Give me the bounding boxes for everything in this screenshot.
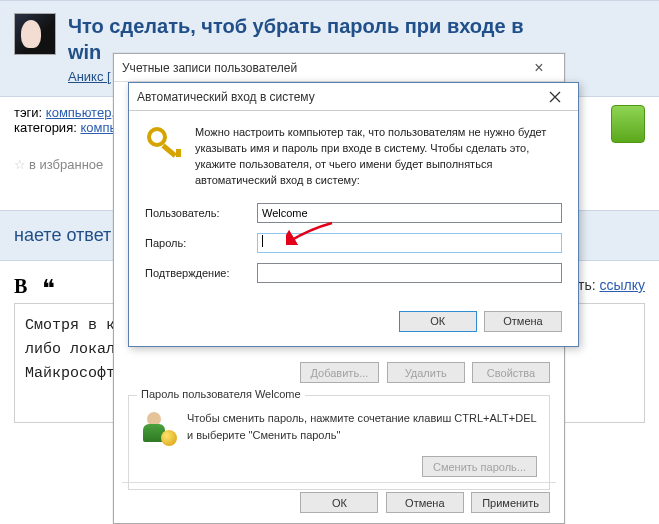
category-label: категория:	[14, 120, 80, 135]
auto-logon-title: Автоматический вход в систему	[137, 90, 315, 104]
password-label: Пароль:	[145, 237, 257, 249]
category-link[interactable]: компь	[80, 120, 116, 135]
close-icon[interactable]	[540, 87, 570, 107]
username-input[interactable]	[257, 203, 562, 223]
star-icon: ☆	[14, 157, 26, 172]
password-groupbox: Пароль пользователя Welcome Чтобы сменит…	[128, 395, 550, 490]
ok-button[interactable]: ОК	[300, 492, 378, 513]
change-password-button[interactable]: Сменить пароль...	[422, 456, 537, 477]
username-label: Пользователь:	[145, 207, 257, 219]
tag-link[interactable]: компьютер	[46, 105, 112, 120]
author-link[interactable]: Аникс [	[68, 69, 111, 84]
password-hint-text: Чтобы сменить пароль, нажмите сочетание …	[187, 410, 537, 446]
ok-button[interactable]: ОК	[399, 311, 477, 332]
auto-logon-buttons: ОК Отмена	[129, 307, 578, 346]
cancel-button[interactable]: Отмена	[484, 311, 562, 332]
password-group-label: Пароль пользователя Welcome	[137, 388, 305, 400]
user-list-buttons: Добавить... Удалить Свойства	[128, 362, 550, 383]
auto-logon-dialog: Автоматический вход в систему Можно наст…	[128, 82, 579, 347]
confirm-label: Подтверждение:	[145, 267, 257, 279]
avatar[interactable]	[14, 13, 56, 55]
tags-label: тэги:	[14, 105, 46, 120]
auto-logon-titlebar[interactable]: Автоматический вход в систему	[129, 83, 578, 111]
add-link-link[interactable]: ссылку	[599, 277, 645, 293]
user-accounts-dialog-buttons: ОК Отмена Применить	[296, 492, 550, 513]
user-accounts-title: Учетные записи пользователей	[122, 61, 297, 75]
keys-icon	[145, 125, 183, 163]
user-accounts-titlebar[interactable]: Учетные записи пользователей ×	[114, 54, 564, 82]
like-button[interactable]	[611, 105, 645, 143]
apply-button[interactable]: Применить	[471, 492, 550, 513]
confirm-password-input[interactable]	[257, 263, 562, 283]
quote-button[interactable]: ❝	[42, 276, 55, 302]
properties-button[interactable]: Свойства	[472, 362, 550, 383]
close-icon[interactable]: ×	[522, 60, 556, 76]
cancel-button[interactable]: Отмена	[386, 492, 464, 513]
bold-button[interactable]: B	[14, 275, 27, 297]
user-key-icon	[141, 410, 177, 446]
auto-logon-info-text: Можно настроить компьютер так, что польз…	[195, 125, 562, 189]
add-user-button[interactable]: Добавить...	[300, 362, 380, 383]
delete-user-button[interactable]: Удалить	[387, 362, 465, 383]
password-input[interactable]	[257, 233, 562, 253]
